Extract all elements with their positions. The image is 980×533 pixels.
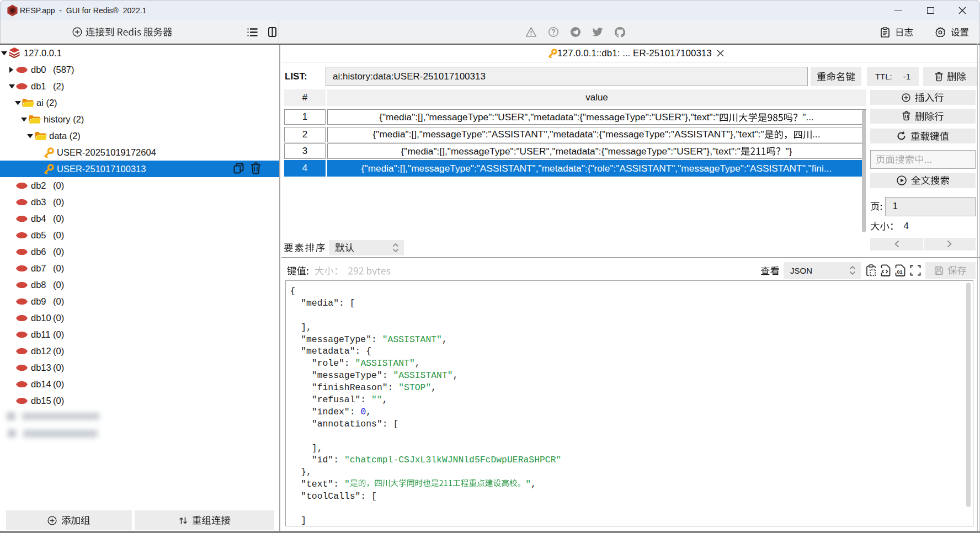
svg-text:01: 01	[897, 269, 903, 275]
